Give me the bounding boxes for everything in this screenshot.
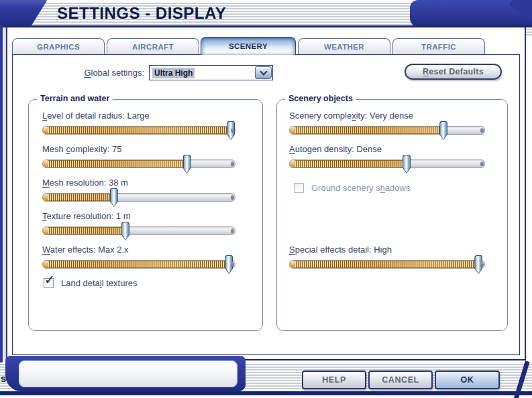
slider-fill: [43, 261, 229, 268]
land-detail-textures-checkbox[interactable]: ✓ Land detail textures: [44, 278, 137, 288]
ok-button[interactable]: OK: [435, 371, 500, 389]
scenery-group-legend: Scenery objects: [285, 94, 356, 103]
special-effects-label: Special effects detail: High: [289, 245, 485, 255]
slider-thumb[interactable]: [110, 188, 118, 207]
clipped-text: s: [1, 373, 6, 384]
checkbox-box[interactable]: [294, 183, 304, 193]
scenery-complexity-slider[interactable]: [289, 126, 485, 135]
hint-text-area: [19, 360, 237, 387]
dropdown-button[interactable]: [255, 66, 272, 79]
slider-thumb[interactable]: [225, 255, 233, 274]
texture-resolution-slider[interactable]: [42, 226, 235, 235]
slider-fill: [290, 127, 443, 134]
mesh-complexity-slider[interactable]: [42, 159, 235, 168]
slider-thumb[interactable]: [121, 222, 129, 241]
reset-defaults-button[interactable]: Reset Defaults: [405, 64, 502, 80]
slider-thumb[interactable]: [439, 121, 447, 140]
texture-resolution-label: Texture resolution: 1 m: [42, 211, 235, 221]
help-button[interactable]: HELP: [302, 371, 366, 389]
terrain-group-legend: Terrain and water: [37, 94, 113, 103]
lod-radius-label: Level of detail radius: Large: [42, 111, 235, 121]
page-title: SETTINGS - DISPLAY: [57, 4, 226, 23]
slider-fill: [43, 160, 187, 168]
hint-panel: [5, 356, 246, 391]
global-settings-label: Global settings:: [40, 68, 144, 78]
autogen-density-label: Autogen density: Dense: [289, 144, 485, 154]
mesh-complexity-label: Mesh complexity: 75: [42, 144, 235, 154]
tab-aircraft[interactable]: AIRCRAFT: [107, 38, 199, 54]
global-settings-value: Ultra High: [152, 68, 195, 78]
title-right-navy-shape: [410, 0, 532, 27]
mesh-resolution-label: Mesh resolution: 38 m: [42, 178, 235, 188]
terrain-and-water-group: Terrain and water Level of detail radius…: [28, 99, 263, 331]
slider-fill: [43, 127, 231, 134]
slider-fill: [43, 227, 125, 235]
scenery-complexity-label: Scenery complexity: Very dense: [289, 111, 485, 121]
checkbox-box[interactable]: ✓: [44, 278, 54, 288]
scenery-objects-group: Scenery objects Scenery complexity: Very…: [276, 99, 508, 331]
slider-thumb[interactable]: [474, 255, 482, 274]
slider-fill: [43, 194, 114, 201]
slider-fill: [290, 261, 478, 268]
ground-scenery-shadows-label: Ground scenery shadows: [311, 183, 410, 193]
cancel-button[interactable]: CANCEL: [368, 371, 433, 389]
land-detail-textures-label: Land detail textures: [61, 278, 137, 288]
slider-thumb[interactable]: [183, 155, 191, 174]
tab-weather[interactable]: WEATHER: [298, 38, 390, 54]
special-effects-slider[interactable]: [289, 260, 485, 269]
checkmark-icon: ✓: [44, 273, 55, 286]
mesh-resolution-slider[interactable]: [42, 193, 235, 202]
slider-thumb[interactable]: [227, 121, 235, 140]
bottom-divider: [0, 391, 532, 395]
tab-traffic[interactable]: TRAFFIC: [392, 38, 485, 54]
chevron-down-icon: [260, 68, 267, 75]
slider-thumb[interactable]: [403, 155, 411, 174]
ground-scenery-shadows-checkbox[interactable]: Ground scenery shadows: [294, 183, 410, 193]
lod-radius-slider[interactable]: [42, 126, 235, 135]
tab-scenery[interactable]: SCENERY: [201, 37, 296, 55]
settings-display-screen: SETTINGS - DISPLAY GRAPHICS AIRCRAFT SCE…: [0, 0, 532, 398]
water-effects-slider[interactable]: [42, 260, 235, 269]
slider-fill: [290, 160, 407, 168]
global-settings-select[interactable]: Ultra High: [149, 65, 273, 80]
autogen-density-slider[interactable]: [289, 159, 485, 168]
tab-graphics[interactable]: GRAPHICS: [12, 38, 105, 54]
water-effects-label: Water effects: Max 2.x: [42, 245, 235, 255]
